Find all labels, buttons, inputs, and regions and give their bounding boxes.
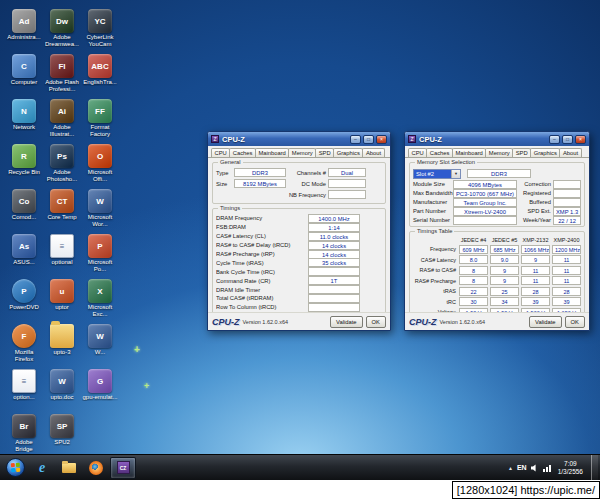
desktop-icon-powerdvd[interactable]: PPowerDVD — [6, 279, 42, 311]
slot-group-title: Memory Slot Selection — [415, 159, 477, 165]
cpuz-memory-window: Z CPU-Z – □ × CPUCachesMainboardMemorySP… — [207, 131, 391, 331]
firefox-button[interactable] — [83, 457, 109, 479]
slot-select-value: Slot #2 — [414, 170, 451, 178]
ok-button[interactable]: OK — [565, 316, 585, 328]
tab-spd[interactable]: SPD — [315, 148, 334, 157]
tab-about[interactable]: About — [559, 148, 581, 157]
desktop-icon-adobe-bridge[interactable]: BrAdobe Bridge — [6, 414, 42, 452]
ok-button[interactable]: OK — [366, 316, 386, 328]
cell-frequency-0: 609 MHz — [459, 245, 488, 254]
core-temp-icon: CT — [50, 189, 74, 213]
desktop-icon-adobe-photosho[interactable]: PsAdobe Photosho... — [44, 144, 80, 182]
cell-ras-precharge-2: 11 — [521, 276, 550, 285]
internet-explorer-button[interactable]: e — [29, 457, 55, 479]
start-button[interactable] — [6, 458, 25, 477]
field-bank-cycle-time-trc — [308, 267, 360, 276]
desktop-icon-microsoft-po[interactable]: PMicrosoft Po... — [82, 234, 118, 272]
tab-about[interactable]: About — [362, 148, 384, 157]
desktop-icon-core-temp[interactable]: CTCore Temp — [44, 189, 80, 221]
slot-select[interactable]: Slot #2 ▼ — [413, 169, 461, 179]
spd-timings-table: JEDEC #4JEDEC #5XMP-2132XMP-2400Frequenc… — [413, 237, 581, 317]
desktop-icon-microsoft-wor[interactable]: WMicrosoft Wor... — [82, 189, 118, 227]
option-icon: ≡ — [12, 369, 36, 393]
desktop-icon-label: upto-3 — [44, 349, 80, 356]
desktop-icon-format-factory[interactable]: FFFormat Factory — [82, 99, 118, 137]
uptor-icon: u — [50, 279, 74, 303]
desktop-icon-label: Computer — [6, 79, 42, 86]
upto-3-icon — [50, 324, 74, 348]
desktop-icon-spu2[interactable]: SPSPU2 — [44, 414, 80, 446]
format-factory-icon: FF — [88, 99, 112, 123]
tab-mainboard[interactable]: Mainboard — [255, 148, 289, 157]
tab-memory[interactable]: Memory — [485, 148, 513, 157]
desktop-icon-option[interactable]: ≡option... — [6, 369, 42, 401]
tab-caches[interactable]: Caches — [229, 148, 256, 157]
desktop-icon-adobe-illustrat[interactable]: AiAdobe Illustrat... — [44, 99, 80, 137]
cpuz-button[interactable]: CZ — [110, 457, 136, 479]
desktop-icon-w[interactable]: WW... — [82, 324, 118, 356]
cell-trc-1: 34 — [490, 297, 519, 306]
tab-graphics[interactable]: Graphics — [333, 148, 363, 157]
spd-row-tras: tRAS22252828 — [413, 287, 581, 296]
close-button[interactable]: × — [575, 135, 586, 144]
desktop-icon-adobe-dreamwea[interactable]: DwAdobe Dreamwea... — [44, 9, 80, 47]
gpu-emulat-icon: G — [88, 369, 112, 393]
title-bar[interactable]: Z CPU-Z – □ × — [208, 132, 390, 146]
tab-cpu[interactable]: CPU — [408, 148, 427, 157]
field-spd-ext: XMP 1.3 — [553, 207, 581, 216]
tab-memory[interactable]: Memory — [288, 148, 316, 157]
validate-button[interactable]: Validate — [330, 316, 363, 328]
desktop-icon-computer[interactable]: CComputer — [6, 54, 42, 86]
slot-rlabel: Registered — [519, 190, 551, 196]
network-icon[interactable] — [543, 464, 552, 472]
validate-button[interactable]: Validate — [529, 316, 562, 328]
desktop-icon-englishtra[interactable]: ABCEnglishTra... — [82, 54, 118, 86]
adobe-flash-professi-icon: Fl — [50, 54, 74, 78]
desktop-icon-asus[interactable]: AsASUS... — [6, 234, 42, 266]
desktop-icon-recycle-bin[interactable]: RRecycle Bin — [6, 144, 42, 176]
volume-icon[interactable] — [531, 464, 539, 472]
desktop-icon-mozilla-firefox[interactable]: FMozilla Firefox — [6, 324, 42, 362]
language-indicator[interactable]: EN — [517, 464, 527, 471]
maximize-button[interactable]: □ — [363, 135, 374, 144]
slot-type-field: DDR3 — [467, 169, 531, 178]
desktop-icon-adobe-flash-professi[interactable]: FlAdobe Flash Professi... — [44, 54, 80, 92]
tab-caches[interactable]: Caches — [426, 148, 453, 157]
desktop-icon-upto-doc[interactable]: Wupto.doc — [44, 369, 80, 401]
spd-row-trc: tRC30343939 — [413, 297, 581, 306]
tab-graphics[interactable]: Graphics — [530, 148, 560, 157]
taskbar-clock[interactable]: 7:09 1/3/2556 — [558, 460, 583, 475]
desktop-icon-uptor[interactable]: uuptor — [44, 279, 80, 311]
tab-spd[interactable]: SPD — [512, 148, 531, 157]
desktop-icon-cyberlink-youcam[interactable]: YCCyberLink YouCam — [82, 9, 118, 47]
spd-row-label: RAS# Precharge — [413, 278, 457, 284]
close-button[interactable]: × — [376, 135, 387, 144]
minimize-button[interactable]: – — [350, 135, 361, 144]
tab-mainboard[interactable]: Mainboard — [452, 148, 486, 157]
timing-label: CAS# Latency (CL) — [216, 233, 306, 239]
adobe-bridge-icon: Br — [12, 414, 36, 438]
desktop-icon-label: CyberLink YouCam — [82, 34, 118, 47]
desktop-icon-microsoft-offi[interactable]: OMicrosoft Offi... — [82, 144, 118, 182]
desktop-icon-comod[interactable]: CoComod... — [6, 189, 42, 221]
slot-row-module-size: Module Size4096 MBytesCorrection — [413, 180, 581, 189]
hidden-icons-arrow[interactable]: ▲ — [508, 465, 513, 471]
desktop-icon-network[interactable]: NNetwork — [6, 99, 42, 131]
show-desktop-button[interactable] — [591, 455, 598, 481]
system-tray: ▲ EN 7:09 1/3/2556 — [508, 455, 598, 481]
minimize-button[interactable]: – — [549, 135, 560, 144]
explorer-button[interactable] — [56, 457, 82, 479]
nb-frequency-field — [328, 190, 366, 199]
spd-row-ras-precharge: RAS# Precharge891111 — [413, 276, 581, 285]
clock-time: 7:09 — [564, 460, 577, 467]
desktop-icon-upto-3[interactable]: upto-3 — [44, 324, 80, 356]
mem-timings-rows: DRAM Frequency1400.0 MHzFSB:DRAM1:14CAS#… — [216, 214, 382, 312]
maximize-button[interactable]: □ — [562, 135, 573, 144]
tab-cpu[interactable]: CPU — [211, 148, 230, 157]
desktop-icon-gpu-emulat[interactable]: Ggpu-emulat... — [82, 369, 118, 401]
title-bar[interactable]: Z CPU-Z – □ × — [405, 132, 589, 146]
desktop-icon-optional[interactable]: ≡optional — [44, 234, 80, 266]
desktop-icon-administra[interactable]: AdAdministra... — [6, 9, 42, 41]
spd-row-frequency: Frequency609 MHz685 MHz1066 MHz1200 MHz — [413, 245, 581, 254]
desktop-icon-microsoft-exc[interactable]: XMicrosoft Exc... — [82, 279, 118, 317]
